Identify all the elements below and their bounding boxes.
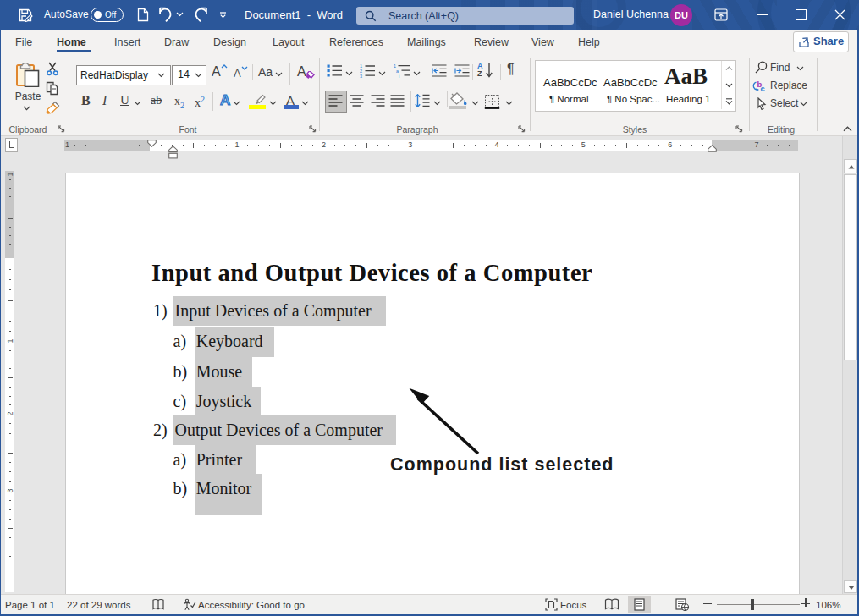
svg-text:3: 3: [360, 74, 362, 78]
svg-text:c: c: [761, 84, 765, 93]
svg-text:i: i: [399, 74, 399, 78]
